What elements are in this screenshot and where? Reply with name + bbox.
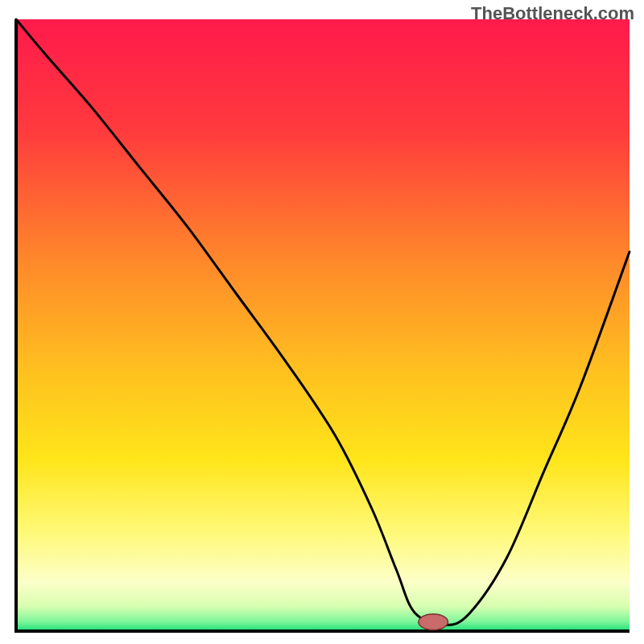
- optimal-point-marker: [419, 614, 448, 630]
- watermark-text: TheBottleneck.com: [471, 3, 634, 24]
- bottleneck-chart: TheBottleneck.com: [0, 0, 644, 644]
- chart-svg: [0, 0, 644, 644]
- plot-background: [16, 19, 630, 631]
